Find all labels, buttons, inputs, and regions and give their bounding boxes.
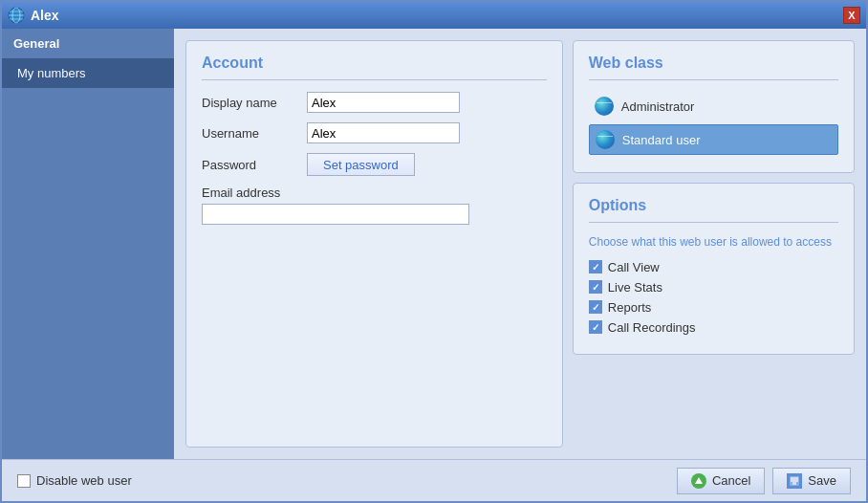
display-name-label: Display name (202, 96, 307, 110)
reports-checkbox[interactable] (589, 300, 602, 314)
call-view-checkbox[interactable] (589, 260, 602, 273)
content-area: Account Display name Username Password S… (174, 29, 866, 459)
cancel-button[interactable]: Cancel (677, 468, 765, 494)
standard-user-label: Standard user (622, 133, 701, 147)
web-class-standard-user[interactable]: Standard user (589, 124, 838, 155)
email-label: Email address (202, 186, 547, 200)
web-class-panel: Web class Administrator Standard user (573, 40, 855, 173)
call-view-label: Call View (608, 260, 660, 274)
globe-icon-standard-user (596, 130, 615, 149)
email-section: Email address (202, 186, 547, 225)
reports-label: Reports (608, 300, 652, 315)
options-title: Options (589, 197, 838, 223)
cancel-icon (691, 473, 706, 489)
reports-row: Reports (589, 300, 838, 315)
email-input[interactable] (202, 204, 469, 225)
title-bar-left: Alex (8, 7, 59, 24)
options-panel: Options Choose what this web user is all… (573, 183, 855, 355)
cancel-label: Cancel (712, 473, 750, 488)
username-input[interactable] (307, 122, 460, 143)
svg-rect-7 (791, 477, 798, 482)
display-name-input[interactable] (307, 92, 460, 113)
account-panel: Account Display name Username Password S… (185, 40, 563, 448)
save-icon (787, 473, 802, 489)
live-stats-row: Live Stats (589, 280, 838, 295)
svg-marker-5 (695, 477, 703, 484)
administrator-label: Administrator (621, 99, 695, 114)
save-label: Save (808, 473, 836, 488)
web-class-title: Web class (589, 55, 838, 80)
bottom-bar: Disable web user Cancel (2, 459, 866, 501)
options-description: Choose what this web user is allowed to … (589, 234, 838, 251)
display-name-row: Display name (202, 92, 547, 113)
window-title: Alex (31, 8, 59, 23)
disable-web-user-checkbox[interactable] (17, 474, 31, 488)
app-icon (8, 7, 25, 24)
call-recordings-row: Call Recordings (589, 320, 838, 335)
svg-rect-8 (792, 482, 796, 485)
username-row: Username (202, 122, 547, 143)
globe-icon-administrator (595, 97, 614, 116)
sidebar: General My numbers (2, 29, 174, 459)
live-stats-label: Live Stats (608, 280, 662, 295)
right-panels: Web class Administrator Standard user Op… (573, 40, 855, 448)
password-label: Password (202, 158, 307, 172)
disable-web-user-label: Disable web user (36, 473, 132, 488)
username-label: Username (202, 126, 307, 141)
sidebar-section-general: General (2, 29, 174, 58)
call-view-row: Call View (589, 260, 838, 274)
title-bar: Alex X (2, 2, 866, 29)
main-window: Alex X General My numbers Account Displa… (0, 0, 868, 503)
call-recordings-label: Call Recordings (608, 320, 696, 335)
disable-row: Disable web user (17, 473, 132, 488)
action-buttons: Cancel Save (677, 468, 851, 494)
live-stats-checkbox[interactable] (589, 280, 602, 294)
web-class-administrator[interactable]: Administrator (589, 92, 838, 120)
sidebar-item-my-numbers[interactable]: My numbers (2, 58, 174, 88)
call-recordings-checkbox[interactable] (589, 320, 602, 334)
set-password-button[interactable]: Set password (307, 153, 415, 176)
close-button[interactable]: X (843, 7, 860, 24)
save-button[interactable]: Save (772, 468, 851, 494)
main-content: General My numbers Account Display name … (2, 29, 866, 459)
panels-row: Account Display name Username Password S… (185, 40, 855, 448)
password-row: Password Set password (202, 153, 547, 176)
account-title: Account (202, 55, 547, 80)
